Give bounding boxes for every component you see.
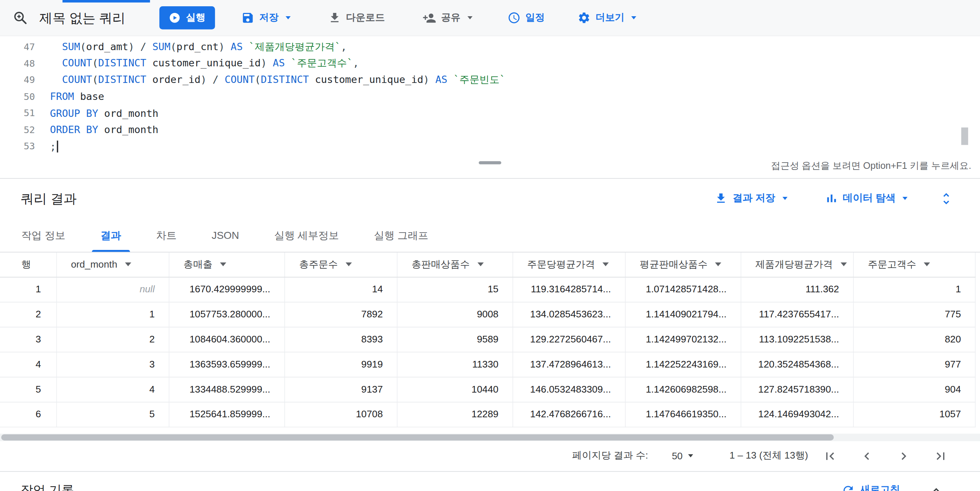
expand-results-button[interactable] [939, 191, 954, 206]
table-cell[interactable]: 820 [853, 327, 975, 352]
table-horizontal-scrollbar-track[interactable] [0, 434, 980, 441]
table-cell[interactable]: 10440 [397, 377, 512, 402]
table-cell[interactable]: 1 [853, 277, 975, 302]
table-cell[interactable]: 146.0532483309... [512, 377, 625, 402]
column-menu-icon[interactable] [125, 262, 131, 266]
column-header-ord_month[interactable]: ord_month [56, 252, 169, 277]
table-cell[interactable]: 8393 [284, 327, 397, 352]
column-header-총주문수[interactable]: 총주문수 [284, 252, 397, 277]
table-cell[interactable]: 142.4768266716... [512, 402, 625, 427]
table-cell[interactable]: 5 [56, 402, 169, 427]
column-header-주문당평균가격[interactable]: 주문당평균가격 [512, 252, 625, 277]
table-cell[interactable]: 124.1469493042... [741, 402, 853, 427]
column-header-행[interactable]: 행 [0, 252, 56, 277]
code-line[interactable]: 51GROUP BY ord_month [0, 105, 980, 122]
table-cell[interactable]: 1334488.529999... [169, 377, 285, 402]
column-menu-icon[interactable] [603, 262, 609, 266]
table-cell[interactable]: 7892 [284, 302, 397, 327]
table-cell[interactable]: 120.3524854368... [741, 352, 853, 377]
table-cell[interactable]: 1670.429999999... [169, 277, 285, 302]
table-cell[interactable]: 1.142252243169... [625, 352, 741, 377]
share-button[interactable]: 공유 [418, 10, 476, 25]
table-cell[interactable]: 4 [56, 377, 169, 402]
table-cell[interactable]: 137.4728964613... [512, 352, 625, 377]
table-cell[interactable]: 1.141409021794... [625, 302, 741, 327]
code-line[interactable]: 48 COUNT(DISTINCT customer_unique_id) AS… [0, 55, 980, 72]
code-line[interactable]: 53; [0, 138, 980, 155]
run-button[interactable]: 실행 [159, 6, 215, 30]
tab-작업-정보[interactable]: 작업 정보 [4, 218, 83, 251]
download-button[interactable]: 다운로드 [324, 11, 388, 25]
explore-data-button[interactable]: 데이터 탐색 [821, 191, 912, 206]
table-cell[interactable]: 14 [284, 277, 397, 302]
table-cell[interactable]: 9589 [397, 327, 512, 352]
table-cell[interactable]: 1084604.360000... [169, 327, 285, 352]
table-cell[interactable]: 127.8245718390... [741, 377, 853, 402]
table-cell[interactable]: 113.1092251538... [741, 327, 853, 352]
table-cell[interactable]: 9919 [284, 352, 397, 377]
table-cell[interactable]: 1 [56, 302, 169, 327]
table-cell[interactable]: null [56, 277, 169, 302]
editor-vertical-scrollbar[interactable] [961, 127, 968, 145]
table-cell[interactable]: 977 [853, 352, 975, 377]
refresh-button[interactable]: 새로고침 [838, 483, 904, 491]
column-header-총매출[interactable]: 총매출 [169, 252, 285, 277]
last-page-button[interactable] [932, 448, 949, 464]
row-number-cell[interactable]: 4 [0, 352, 56, 377]
column-header-제품개당평균가격[interactable]: 제품개당평균가격 [741, 252, 853, 277]
save-results-button[interactable]: 결과 저장 [711, 191, 791, 206]
row-number-cell[interactable]: 5 [0, 377, 56, 402]
table-cell[interactable]: 9137 [284, 377, 397, 402]
column-menu-icon[interactable] [840, 262, 846, 266]
code-line[interactable]: 49 COUNT(DISTINCT order_id) / COUNT(DIST… [0, 72, 980, 89]
more-button[interactable]: 더보기 [574, 11, 640, 25]
table-cell[interactable]: 9008 [397, 302, 512, 327]
table-cell[interactable]: 134.0285453623... [512, 302, 625, 327]
save-button[interactable]: 저장 [237, 11, 294, 25]
table-cell[interactable]: 1057753.280000... [169, 302, 285, 327]
column-menu-icon[interactable] [924, 262, 930, 266]
column-header-총판매상품수[interactable]: 총판매상품수 [397, 252, 512, 277]
table-cell[interactable]: 904 [853, 377, 975, 402]
table-cell[interactable]: 1525641.859999... [169, 402, 285, 427]
row-number-cell[interactable]: 3 [0, 327, 56, 352]
column-menu-icon[interactable] [220, 262, 226, 266]
code-line[interactable]: 50FROM base [0, 89, 980, 105]
previous-page-button[interactable] [859, 448, 875, 464]
row-number-cell[interactable]: 2 [0, 302, 56, 327]
next-page-button[interactable] [896, 448, 912, 464]
row-number-cell[interactable]: 6 [0, 402, 56, 427]
column-header-평균판매상품수[interactable]: 평균판매상품수 [625, 252, 741, 277]
column-menu-icon[interactable] [345, 262, 352, 266]
code-line[interactable]: 47 SUM(ord_amt) / SUM(prd_cnt) AS `제품개당평… [0, 39, 980, 55]
table-cell[interactable]: 1.071428571428... [625, 277, 741, 302]
sql-editor[interactable]: 47 SUM(ord_amt) / SUM(prd_cnt) AS `제품개당평… [0, 36, 980, 154]
column-header-주문고객수[interactable]: 주문고객수 [853, 252, 975, 277]
column-menu-icon[interactable] [715, 262, 721, 266]
per-page-select[interactable]: 50 [672, 450, 693, 461]
tab-결과[interactable]: 결과 [83, 218, 138, 251]
table-cell[interactable]: 15 [397, 277, 512, 302]
panel-resize-handle[interactable] [479, 161, 501, 164]
table-cell[interactable]: 119.3164285714... [512, 277, 625, 302]
row-number-cell[interactable]: 1 [0, 277, 56, 302]
table-cell[interactable]: 3 [56, 352, 169, 377]
table-cell[interactable]: 1.142606982598... [625, 377, 741, 402]
schedule-button[interactable]: 일정 [504, 11, 549, 25]
first-page-button[interactable] [822, 448, 838, 464]
table-cell[interactable]: 1057 [853, 402, 975, 427]
query-title[interactable]: 제목 없는 쿼리 [40, 9, 126, 27]
table-cell[interactable]: 11330 [397, 352, 512, 377]
tab-JSON[interactable]: JSON [194, 218, 257, 251]
table-cell[interactable]: 10708 [284, 402, 397, 427]
table-cell[interactable]: 775 [853, 302, 975, 327]
table-cell[interactable]: 12289 [397, 402, 512, 427]
table-cell[interactable]: 1.142499702132... [625, 327, 741, 352]
table-cell[interactable]: 1363593.659999... [169, 352, 285, 377]
tab-차트[interactable]: 차트 [138, 218, 194, 251]
column-menu-icon[interactable] [477, 262, 484, 266]
tab-실행-세부정보[interactable]: 실행 세부정보 [257, 218, 356, 251]
table-horizontal-scrollbar-thumb[interactable] [1, 434, 834, 440]
table-cell[interactable]: 129.2272560467... [512, 327, 625, 352]
table-cell[interactable]: 2 [56, 327, 169, 352]
